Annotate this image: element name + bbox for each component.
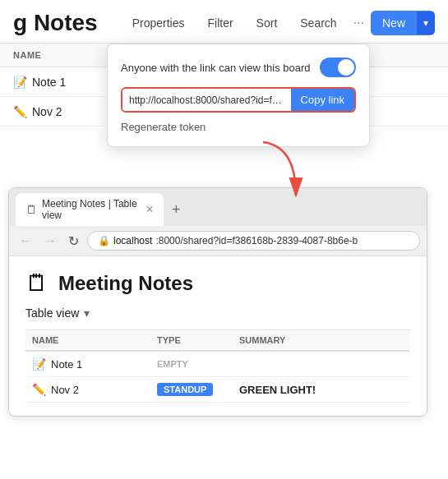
share-toggle[interactable]	[320, 58, 356, 77]
new-chevron-button[interactable]: ▾	[417, 12, 435, 35]
properties-button[interactable]: Properties	[122, 12, 195, 35]
bc-view-label: Table view	[25, 306, 79, 320]
more-options-icon[interactable]: ···	[350, 16, 367, 30]
tab-close-button[interactable]: ✕	[145, 204, 154, 215]
top-bar: g Notes Properties Filter Sort Search ··…	[0, 0, 448, 44]
url-path: :8000/shared?id=f386168b-2839-4087-8b6e-…	[155, 235, 358, 246]
browser-nav: ← → ↻ 🔒 localhost :8000/shared?id=f38616…	[9, 226, 427, 256]
bc-table-row: ✏️ Nov 2 STANDUP Green light!	[25, 377, 410, 403]
bc-row-icon-1: 📝	[32, 357, 46, 371]
new-button[interactable]: New	[371, 11, 417, 35]
bc-view-chevron-icon: ▾	[84, 306, 90, 320]
bc-page-title: Meeting Notes	[58, 272, 193, 295]
bc-table-header: NAME TYPE SUMMARY	[25, 329, 410, 352]
share-popup: Anyone with the link can view this board…	[107, 44, 370, 147]
row-icon-2: ✏️	[13, 105, 27, 118]
bc-row-type-1: EMPTY	[157, 359, 239, 369]
bc-row-name-2: ✏️ Nov 2	[25, 383, 157, 396]
filter-button[interactable]: Filter	[197, 12, 242, 35]
red-arrow	[255, 138, 312, 207]
bc-row-summary-2: Green light!	[239, 384, 410, 396]
new-button-group: New ▾	[371, 11, 435, 35]
toggle-label: Anyone with the link can view this board	[121, 62, 311, 74]
bc-title-row: 🗒 Meeting Notes	[25, 269, 410, 297]
search-button[interactable]: Search	[290, 12, 346, 35]
bc-col-header-summary: SUMMARY	[239, 335, 410, 345]
browser-mockup: 🗒 Meeting Notes | Table view ✕ + ← → ↻ 🔒…	[8, 187, 427, 417]
regen-token-link[interactable]: Regenerate token	[121, 121, 356, 133]
lock-icon: 🔒	[98, 235, 110, 246]
bc-table-row: 📝 Note 1 EMPTY	[25, 352, 410, 377]
copy-link-button[interactable]: Copy link	[291, 89, 354, 111]
row-icon-1: 📝	[13, 76, 27, 89]
browser-tabs: 🗒 Meeting Notes | Table view ✕ +	[9, 188, 427, 226]
bc-row-name-1: 📝 Note 1	[25, 357, 157, 371]
toggle-row: Anyone with the link can view this board	[121, 58, 356, 77]
bc-row-icon-2: ✏️	[32, 383, 46, 396]
new-tab-button[interactable]: +	[167, 200, 186, 220]
reload-button[interactable]: ↻	[65, 232, 82, 251]
bc-standup-badge: STANDUP	[157, 383, 213, 396]
bc-notebook-icon: 🗒	[25, 269, 48, 297]
url-row: http://localhost:8000/shared?id=f386168b…	[121, 87, 356, 113]
bc-view-row: Table view ▾	[25, 306, 410, 320]
bc-col-header-type: TYPE	[157, 335, 239, 345]
browser-content: 🗒 Meeting Notes Table view ▾ NAME TYPE S…	[9, 256, 427, 416]
url-bar[interactable]: 🔒 localhost :8000/shared?id=f386168b-283…	[87, 231, 420, 251]
bc-col-header-name: NAME	[25, 335, 157, 345]
tab-label: Meeting Notes | Table view	[42, 198, 137, 221]
url-hostname: localhost	[113, 235, 152, 246]
share-url: http://localhost:8000/shared?id=f386168b…	[122, 90, 291, 111]
forward-button[interactable]: →	[40, 232, 60, 250]
back-button[interactable]: ←	[16, 232, 35, 250]
page-title: g Notes	[13, 10, 116, 36]
tab-page-icon: 🗒	[25, 203, 37, 216]
bc-row-type-2: STANDUP	[157, 385, 239, 394]
toolbar: Properties Filter Sort Search ··· New ▾	[122, 11, 435, 35]
sort-button[interactable]: Sort	[247, 12, 288, 35]
browser-tab-active: 🗒 Meeting Notes | Table view ✕	[16, 193, 164, 226]
main-content: NAME TYPE SUMMARY 📝 Note 1 EMPTY ✏️ Nov …	[0, 44, 448, 471]
